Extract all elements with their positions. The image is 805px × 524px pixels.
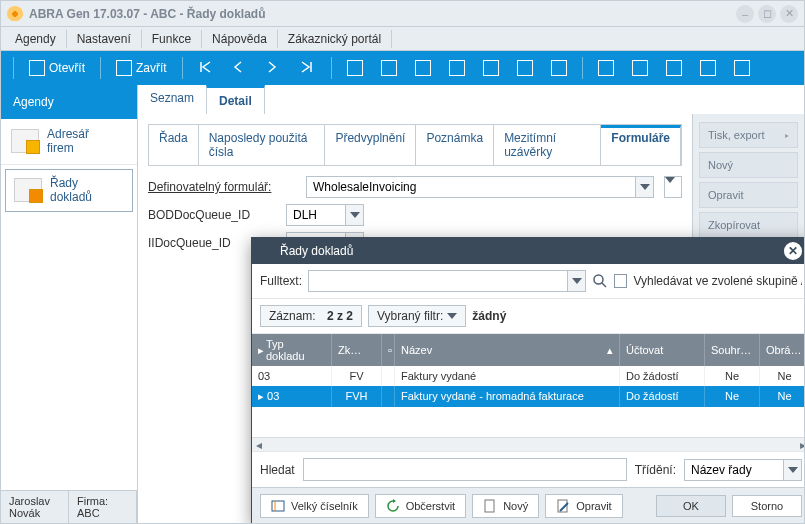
toolbar-icon-11[interactable] (693, 56, 723, 80)
close-button[interactable]: ✕ (780, 5, 798, 23)
open-icon (29, 60, 45, 76)
btn-novy[interactable]: Nový (472, 494, 539, 518)
doc-icon (347, 60, 363, 76)
edit-icon (483, 60, 499, 76)
doc-arrow-icon (381, 60, 397, 76)
prev-icon (232, 60, 248, 76)
tab-detail[interactable]: Detail (206, 85, 265, 114)
toolbar-icon-2[interactable] (374, 56, 404, 80)
toolbar-icon-8[interactable] (591, 56, 621, 80)
menu-agendy[interactable]: Agendy (5, 29, 66, 49)
toolbar-icon-4[interactable] (442, 56, 472, 80)
nav-last[interactable] (293, 56, 323, 80)
col-typ[interactable]: ▸Typ dokladu (252, 334, 332, 366)
dropdown-trideni[interactable] (784, 459, 802, 481)
toolbar-open[interactable]: Otevřít (22, 56, 92, 80)
misc2-icon (632, 60, 648, 76)
menubar: Agendy Nastavení Funkce Nápověda Zákazni… (1, 27, 804, 51)
toolbar-icon-5[interactable] (476, 56, 506, 80)
status-firm: Firma: ABC (69, 491, 137, 523)
action-opravit[interactable]: Opravit (699, 182, 798, 208)
dialog-close-button[interactable]: ✕ (784, 242, 802, 260)
dropdown-boddoc[interactable] (346, 204, 364, 226)
btn-obcerstvit[interactable]: Občerstvit (375, 494, 467, 518)
btn-storno[interactable]: Storno (732, 495, 802, 517)
sidebar-item-rady-dokladu[interactable]: Řady dokladů (5, 169, 133, 212)
record-indicator: Záznam: 2 z 2 (260, 305, 362, 327)
input-fulltext[interactable] (308, 270, 568, 292)
nav-first[interactable] (191, 56, 221, 80)
search-icon[interactable] (592, 273, 608, 289)
subtab-poznamka[interactable]: Poznámka (416, 125, 494, 165)
checkbox-vyhledavat[interactable] (614, 274, 627, 288)
toolbar-icon-1[interactable] (340, 56, 370, 80)
col-obr[interactable]: Obrá… (760, 334, 805, 366)
btn-ok[interactable]: OK (656, 495, 726, 517)
toolbar-icon-12[interactable] (727, 56, 757, 80)
grid-scrollbar[interactable]: ◂ ▸ (252, 437, 805, 451)
col-uct[interactable]: Účtovat (620, 334, 705, 366)
subtab-naposledy[interactable]: Naposledy použitá čísla (199, 125, 326, 165)
toolbar-icon-6[interactable] (510, 56, 540, 80)
subtab-formulare[interactable]: Formuláře (601, 125, 681, 165)
col-nazev[interactable]: Název▴ (395, 334, 620, 366)
sidebar-header[interactable]: Agendy (1, 85, 137, 119)
dialog-filter-row: Záznam: 2 z 2 Vybraný filtr: žádný (252, 299, 805, 334)
col-zk[interactable]: Zk… (332, 334, 382, 366)
menu-portal[interactable]: Zákaznický portál (278, 29, 391, 49)
label-boddoc: BODDocQueue_ID (148, 208, 278, 222)
toolbar-close[interactable]: Zavřít (109, 56, 174, 80)
input-trideni[interactable] (684, 459, 784, 481)
subtab-mezitimni[interactable]: Mezitímní uzávěrky (494, 125, 601, 165)
filter-value: žádný (472, 309, 506, 323)
input-boddoc[interactable] (286, 204, 346, 226)
input-def-form[interactable] (306, 176, 636, 198)
action-tisk-export[interactable]: Tisk, export▸ (699, 122, 798, 148)
scroll-left-icon[interactable]: ◂ (252, 438, 266, 451)
action-zkopirovat[interactable]: Zkopírovat (699, 212, 798, 238)
main-window: ABRA Gen 17.03.07 - ABC - Řady dokladů –… (0, 0, 805, 524)
refresh-icon (386, 499, 400, 513)
app-icon (260, 244, 274, 258)
copy-icon (517, 60, 533, 76)
dropdown-fulltext[interactable] (568, 270, 586, 292)
col-souhr[interactable]: Souhr… (705, 334, 760, 366)
table-row[interactable]: 03 FV Faktury vydané Do žádostí Ne Ne (252, 366, 805, 386)
misc4-icon (700, 60, 716, 76)
sidebar-item-adresar-firem[interactable]: Adresář firem (1, 119, 137, 165)
action-novy[interactable]: Nový (699, 152, 798, 178)
svg-rect-2 (485, 500, 494, 512)
dropdown-def-form[interactable] (636, 176, 654, 198)
menu-napoveda[interactable]: Nápověda (202, 29, 277, 49)
minimize-button[interactable]: – (736, 5, 754, 23)
book-icon (271, 499, 285, 513)
tab-seznam[interactable]: Seznam (138, 85, 206, 114)
subtab-predvyplneni[interactable]: Předvyplnění (325, 125, 416, 165)
last-icon (300, 60, 316, 76)
toolbar-icon-3[interactable] (408, 56, 438, 80)
statusbar: Jaroslav Novák Firma: ABC (1, 490, 137, 523)
subtab-rada[interactable]: Řada (149, 125, 199, 165)
btn-opravit[interactable]: Opravit (545, 494, 622, 518)
table-row[interactable]: ▸ 03 FVH Faktury vydané - hromadná faktu… (252, 386, 805, 407)
nav-next[interactable] (259, 56, 289, 80)
nav-prev[interactable] (225, 56, 255, 80)
export-icon (551, 60, 567, 76)
toolbar-icon-10[interactable] (659, 56, 689, 80)
filter-selector[interactable]: Vybraný filtr: (368, 305, 466, 327)
toolbar-icon-9[interactable] (625, 56, 655, 80)
dropdown-def-form-extra[interactable] (664, 176, 682, 198)
input-hledat[interactable] (303, 458, 627, 481)
menu-nastaveni[interactable]: Nastavení (67, 29, 141, 49)
label-hledat: Hledat (260, 463, 295, 477)
maximize-button[interactable]: ◻ (758, 5, 776, 23)
scroll-right-icon[interactable]: ▸ (796, 438, 805, 451)
menu-funkce[interactable]: Funkce (142, 29, 201, 49)
toolbar-icon-7[interactable] (544, 56, 574, 80)
btn-velky-ciselnik[interactable]: Velký číselník (260, 494, 369, 518)
subtabs: Řada Naposledy použitá čísla Předvyplněn… (148, 124, 682, 166)
titlebar: ABRA Gen 17.03.07 - ABC - Řady dokladů –… (1, 1, 804, 27)
close-icon (116, 60, 132, 76)
toolbar: Otevřít Zavřít (1, 51, 804, 85)
app-icon (7, 6, 23, 22)
